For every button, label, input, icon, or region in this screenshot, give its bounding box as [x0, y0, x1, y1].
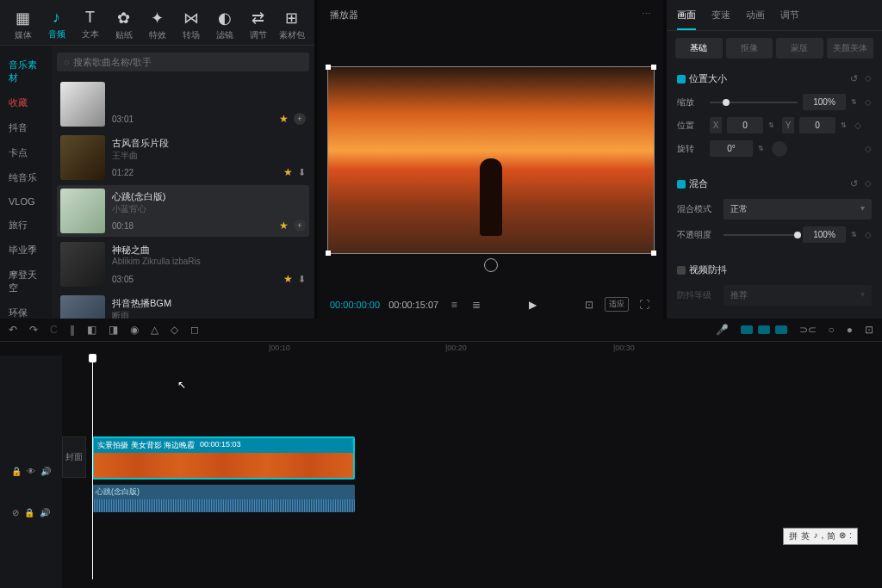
- opacity-keyframe[interactable]: ◇: [865, 230, 872, 239]
- warning-icon[interactable]: △: [151, 324, 158, 336]
- blend-keyframe-icon[interactable]: ◇: [865, 178, 872, 189]
- music-item[interactable]: 03:01 ★ +: [57, 78, 309, 130]
- rotate-icon[interactable]: ◇: [171, 324, 178, 336]
- magnet-2[interactable]: [758, 325, 770, 334]
- magnet-1[interactable]: [741, 325, 753, 334]
- ime-char[interactable]: ,: [821, 530, 823, 542]
- rotation-input[interactable]: [710, 140, 753, 157]
- add-icon[interactable]: +: [294, 113, 306, 125]
- position-size-checkbox[interactable]: [677, 75, 686, 84]
- star-icon[interactable]: ★: [279, 220, 289, 232]
- list-icon[interactable]: ≣: [469, 299, 483, 311]
- ime-char[interactable]: 拼: [789, 530, 798, 542]
- reset-transform-icon[interactable]: [484, 258, 498, 272]
- blend-reset-icon[interactable]: ↺: [850, 178, 858, 189]
- more-icon[interactable]: ⋯: [642, 9, 651, 22]
- video-clip[interactable]: 实景拍摄 美女背影 海边晚霞 00:00:15:03: [92, 436, 355, 480]
- star-icon[interactable]: ★: [283, 273, 293, 285]
- right-tab-3[interactable]: 调节: [780, 9, 799, 30]
- ime-char[interactable]: ♪: [813, 530, 817, 542]
- freeze-icon[interactable]: ◉: [130, 324, 139, 336]
- mute-icon[interactable]: 🔊: [40, 508, 50, 517]
- focus-icon[interactable]: ⊡: [582, 299, 596, 311]
- tool-5[interactable]: ⋈转场: [175, 9, 207, 41]
- position-x-input[interactable]: [727, 117, 763, 133]
- blend-checkbox[interactable]: [677, 180, 686, 189]
- sidebar-item-6[interactable]: 毕业季: [0, 238, 52, 263]
- ime-char[interactable]: :: [849, 530, 852, 542]
- ime-char[interactable]: ⊗: [839, 530, 846, 542]
- cut-icon[interactable]: ‖: [70, 324, 75, 336]
- delete-left-icon[interactable]: ◧: [87, 324, 96, 336]
- right-tab-0[interactable]: 画面: [677, 9, 696, 30]
- music-item[interactable]: 抖音热播BGM 断雨: [57, 292, 309, 319]
- ime-bar[interactable]: 拼英♪,简⊗:: [783, 528, 858, 545]
- position-y-input[interactable]: [799, 117, 835, 133]
- sidebar-item-2[interactable]: 卡点: [0, 140, 52, 165]
- preview-frame[interactable]: [327, 66, 655, 254]
- delete-right-icon[interactable]: ◨: [109, 324, 118, 336]
- blend-mode-select[interactable]: 正常▾: [724, 199, 872, 220]
- sub-tab-2[interactable]: 蒙版: [776, 38, 823, 59]
- mute-icon[interactable]: 🔊: [40, 467, 51, 476]
- ratio-select[interactable]: 适应: [605, 297, 629, 312]
- cover-button[interactable]: 封面: [62, 436, 86, 478]
- sidebar-item-0[interactable]: 收藏: [0, 90, 52, 115]
- timeline-ruler[interactable]: |00:10 |00:20 |00:30: [62, 342, 882, 356]
- position-keyframe[interactable]: ◇: [854, 121, 861, 130]
- download-icon[interactable]: ⬇: [298, 274, 306, 285]
- zoom-out-icon[interactable]: ○: [829, 324, 835, 336]
- scale-keyframe[interactable]: ◇: [865, 97, 872, 107]
- fullscreen-icon[interactable]: ⛶: [637, 299, 651, 311]
- keyframe-icon[interactable]: ◇: [865, 73, 872, 84]
- crop-icon[interactable]: ◻: [190, 324, 199, 336]
- right-tab-2[interactable]: 动画: [746, 9, 765, 30]
- volume-icon[interactable]: ≡: [447, 299, 461, 311]
- sidebar-item-3[interactable]: 纯音乐: [0, 165, 52, 190]
- audio-clip[interactable]: 心跳(念白版): [92, 485, 355, 512]
- sub-tab-0[interactable]: 基础: [675, 38, 723, 59]
- tool-4[interactable]: ✦特效: [141, 9, 173, 41]
- stabilize-checkbox[interactable]: [677, 266, 686, 275]
- star-icon[interactable]: ★: [283, 166, 293, 178]
- link-icon[interactable]: ⊃⊂: [799, 324, 817, 336]
- ime-char[interactable]: 英: [801, 530, 810, 542]
- lock2-icon[interactable]: 🔒: [24, 508, 34, 517]
- rotation-wheel[interactable]: [772, 141, 787, 157]
- eye-icon[interactable]: 👁: [27, 467, 35, 476]
- tool-3[interactable]: ✿贴纸: [108, 9, 140, 41]
- music-item[interactable]: 古风音乐片段 王半曲 01:22 ★ ⬇: [57, 132, 309, 183]
- music-item[interactable]: 神秘之曲 Ablikim Zikrulla izbaRis 03:05 ★ ⬇: [57, 238, 309, 290]
- mic-icon[interactable]: 🎤: [716, 324, 729, 336]
- star-icon[interactable]: ★: [279, 113, 289, 125]
- audio-track-header[interactable]: ⊘ 🔒 🔊: [0, 492, 62, 533]
- add-icon[interactable]: +: [294, 220, 306, 232]
- download-icon[interactable]: ⬇: [298, 167, 306, 178]
- tool-7[interactable]: ⇄调节: [242, 9, 274, 41]
- play-button[interactable]: ▶: [492, 299, 574, 311]
- sub-tab-3[interactable]: 美颜美体: [827, 38, 874, 59]
- right-tab-1[interactable]: 变速: [711, 9, 730, 30]
- zoom-fit-icon[interactable]: ⊡: [865, 324, 873, 336]
- tool-2[interactable]: T文本: [74, 9, 106, 41]
- tool-1[interactable]: ♪音频: [40, 9, 72, 41]
- opacity-slider[interactable]: [724, 234, 798, 236]
- music-item[interactable]: 心跳(念白版) 小蓝背心 00:18 ★ +: [57, 185, 309, 237]
- magnet-3[interactable]: [775, 325, 787, 334]
- scale-spinner[interactable]: ⇅: [851, 98, 860, 106]
- redo-icon[interactable]: ↷: [29, 324, 38, 336]
- search-box[interactable]: ○: [57, 53, 309, 71]
- video-track-header[interactable]: 🔒 👁 🔊: [0, 450, 62, 492]
- reset-icon[interactable]: ↺: [850, 73, 858, 84]
- ime-char[interactable]: 简: [827, 530, 835, 542]
- sidebar-item-8[interactable]: 环保: [0, 300, 52, 319]
- rotation-keyframe[interactable]: ◇: [865, 144, 872, 153]
- tool-8[interactable]: ⊞素材包: [276, 9, 307, 41]
- search-input[interactable]: [73, 57, 302, 67]
- zoom-slider[interactable]: ●: [847, 324, 853, 336]
- playhead[interactable]: [92, 356, 93, 579]
- tool-0[interactable]: ▦媒体: [7, 9, 39, 41]
- undo-icon[interactable]: ↶: [9, 324, 17, 336]
- lock-icon[interactable]: ⊘: [12, 508, 19, 517]
- scale-input[interactable]: [803, 94, 846, 110]
